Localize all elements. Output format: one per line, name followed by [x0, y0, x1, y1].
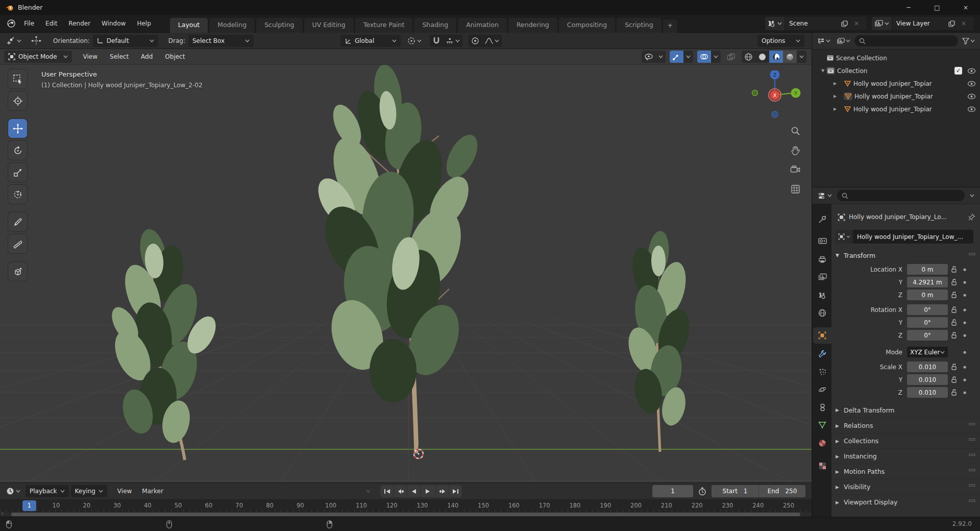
section-visibility[interactable]: ▶ Visibility ⠛⠛	[831, 479, 980, 494]
menu-help[interactable]: Help	[131, 18, 156, 29]
outliner-row-collection[interactable]: ▼ Collection ✓	[812, 64, 980, 77]
outliner-row-object-1[interactable]: ▶ Holly wood Juniper_Topiar	[812, 77, 980, 90]
current-frame-field[interactable]: 1	[652, 485, 693, 497]
tool-measure[interactable]	[8, 234, 27, 253]
section-viewport-display[interactable]: ▶ Viewport Display ⠛⠛	[831, 494, 980, 510]
tab-object-data-icon[interactable]	[813, 417, 831, 433]
lock-icon[interactable]	[948, 279, 960, 285]
animate-dot[interactable]: ●	[960, 391, 969, 395]
remove-view-layer-icon[interactable]: ×	[958, 17, 970, 30]
viewport-menu-select[interactable]: Select	[104, 51, 135, 62]
section-instancing[interactable]: ▶ Instancing ⠛⠛	[831, 448, 980, 464]
options-dropdown[interactable]: Options	[757, 35, 804, 47]
tab-uv-editing[interactable]: UV Editing	[304, 18, 354, 33]
tool-cursor[interactable]	[8, 91, 27, 110]
animate-dot[interactable]: ●	[960, 268, 969, 272]
outliner-filter-id-dropdown[interactable]	[835, 35, 852, 47]
tab-rendering[interactable]: Rendering	[508, 18, 557, 33]
tab-constraints-icon[interactable]	[813, 399, 831, 416]
play-reverse-button[interactable]	[407, 485, 420, 497]
location-x-field[interactable]: 0 m	[907, 264, 948, 275]
drag-dropdown[interactable]: Select Box	[188, 35, 254, 47]
jump-to-end-button[interactable]	[449, 485, 462, 497]
use-preview-range-icon[interactable]	[696, 485, 708, 497]
camera-view-icon[interactable]	[788, 162, 803, 177]
panel-drag-grip[interactable]: ⠛⠛	[968, 252, 975, 259]
object-visibility-dropdown[interactable]	[642, 51, 666, 63]
animate-dot[interactable]: ●	[960, 293, 969, 297]
toggle-ortho-icon[interactable]	[788, 181, 803, 197]
show-gizmo-icon[interactable]	[670, 51, 683, 63]
shading-material-preview-icon[interactable]	[769, 51, 783, 63]
lock-icon[interactable]	[948, 332, 960, 339]
tab-scripting[interactable]: Scripting	[617, 18, 662, 33]
visibility-eye-icon[interactable]	[642, 51, 656, 63]
viewport-3d[interactable]: Object Mode View Select Add Object	[0, 49, 812, 482]
timeline-marker-menu[interactable]: Marker	[137, 486, 168, 497]
rotation-z-field[interactable]: 0°	[907, 330, 948, 341]
move-gizmo-icon[interactable]	[29, 35, 44, 47]
outliner-row-scene-collection[interactable]: Scene Collection	[812, 52, 980, 64]
object-id-dropdown[interactable]	[836, 230, 853, 244]
timeline-view-menu[interactable]: View	[112, 486, 137, 497]
section-motion-paths[interactable]: ▶ Motion Paths ⠛⠛	[831, 464, 980, 479]
gizmo-settings-dropdown[interactable]	[683, 51, 693, 63]
shading-solid-icon[interactable]	[755, 51, 769, 63]
tool-move[interactable]	[8, 119, 27, 138]
maximize-button[interactable]: □	[923, 0, 951, 15]
tool-add-cube[interactable]	[8, 262, 27, 281]
shading-settings-dropdown[interactable]	[797, 51, 806, 63]
tab-render-icon[interactable]	[813, 233, 831, 249]
copy-view-layer-icon[interactable]	[945, 17, 958, 30]
lock-icon[interactable]	[948, 389, 960, 396]
pan-view-icon[interactable]	[788, 142, 803, 158]
scene-name-field[interactable]: Scene ×	[785, 17, 867, 30]
collection-checkbox[interactable]: ✓	[954, 67, 962, 75]
zoom-view-icon[interactable]	[788, 123, 803, 138]
scene-icon[interactable]	[765, 17, 785, 30]
location-y-field[interactable]: 4.2921 m	[907, 277, 948, 287]
end-frame-field[interactable]: End 250	[758, 485, 805, 497]
animate-dot[interactable]: ●	[960, 350, 969, 354]
tool-select-box[interactable]	[8, 69, 27, 88]
collapse-arrow-icon[interactable]: ▼	[816, 68, 824, 73]
copy-scene-icon[interactable]	[838, 17, 850, 30]
menu-file[interactable]: File	[18, 18, 40, 29]
viewport-menu-object[interactable]: Object	[159, 51, 191, 62]
mode-dropdown[interactable]: Object Mode	[4, 51, 72, 63]
shading-wireframe-icon[interactable]	[742, 51, 755, 63]
tool-rotate[interactable]	[8, 141, 27, 160]
auto-key-settings-dropdown[interactable]	[363, 485, 373, 497]
animate-dot[interactable]: ●	[960, 333, 969, 337]
properties-editor-type-dropdown[interactable]	[816, 189, 834, 202]
active-tool-button[interactable]	[4, 35, 23, 47]
lock-icon[interactable]	[948, 319, 960, 326]
animate-dot[interactable]: ●	[960, 308, 969, 312]
unlink-scene-icon[interactable]: ×	[850, 17, 863, 30]
start-frame-field[interactable]: Start 1	[712, 485, 758, 497]
animate-dot[interactable]: ●	[960, 365, 969, 369]
view-layer-name-field[interactable]: View Layer ×	[892, 17, 974, 30]
tab-output-icon[interactable]	[813, 251, 831, 268]
eye-visibility-icon[interactable]	[967, 106, 976, 112]
tab-layout[interactable]: Layout	[170, 18, 208, 33]
location-z-field[interactable]: 0 m	[907, 289, 948, 300]
close-button[interactable]: ×	[951, 0, 980, 15]
tab-particles-icon[interactable]	[813, 364, 831, 380]
pin-icon[interactable]	[968, 213, 975, 221]
tab-modeling[interactable]: Modeling	[209, 18, 255, 33]
tab-compositing[interactable]: Compositing	[559, 18, 615, 33]
timeline-scrollbar-handle[interactable]	[11, 513, 800, 516]
viewport-menu-add[interactable]: Add	[135, 51, 159, 62]
lock-icon[interactable]	[948, 364, 960, 370]
keying-menu[interactable]: Keying	[71, 485, 107, 497]
tab-sculpting[interactable]: Sculpting	[256, 18, 302, 33]
proportional-edit-toggle-icon[interactable]	[469, 35, 482, 47]
transform-panel-header[interactable]: ▼ Transform ⠛⠛	[831, 248, 980, 262]
timeline-editor-type-dropdown[interactable]	[4, 485, 22, 497]
tab-texture-paint[interactable]: Texture Paint	[355, 18, 413, 33]
menu-render[interactable]: Render	[63, 18, 96, 29]
section-delta-transform[interactable]: ▶ Delta Transform	[831, 402, 980, 418]
navigation-gizmo[interactable]: Z Y X	[750, 70, 801, 119]
expand-arrow-icon[interactable]: ▶	[816, 107, 834, 111]
